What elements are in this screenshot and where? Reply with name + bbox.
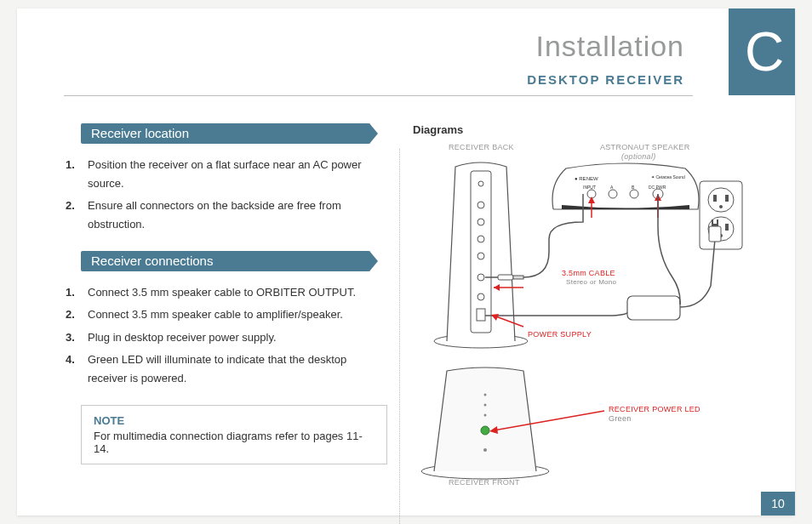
header-rule [64, 95, 693, 96]
manual-page: Installation DESKTOP RECEIVER C Receiver… [17, 9, 795, 515]
svg-point-43 [484, 394, 487, 396]
diagrams-heading: Diagrams [413, 123, 761, 136]
content-columns: Receiver location Position the receiver … [64, 123, 761, 490]
location-step: Position the receiver on a flat surface … [64, 156, 387, 193]
page-title: Installation [535, 30, 684, 63]
diagram-cables [413, 141, 753, 345]
column-divider [399, 149, 400, 524]
location-step: Ensure all connectors on the backside ar… [64, 196, 387, 234]
right-column: Diagrams RECEIVER BACK ASTRONAUT SPEAKER… [413, 123, 761, 490]
connections-steps: Connect 3.5 mm speaker cable to ORBITER … [64, 283, 387, 387]
page-subtitle: DESKTOP RECEIVER [527, 72, 684, 87]
diagram-area: RECEIVER BACK ASTRONAUT SPEAKER (optiona… [413, 141, 761, 490]
note-text: For multimedia connection diagrams refer… [94, 430, 363, 455]
section-tab: C [729, 9, 795, 95]
svg-rect-37 [709, 226, 721, 242]
connections-step: Connect 3.5 mm speaker cable to ORBITER … [64, 283, 387, 302]
location-steps: Position the receiver on a flat surface … [64, 156, 387, 234]
connections-step: Green LED will illuminate to indicate th… [64, 350, 387, 388]
page-number: 10 [761, 492, 795, 515]
section-connections-title: Receiver connections [81, 251, 370, 271]
note-label: NOTE [94, 414, 375, 427]
label-power-led: RECEIVER POWER LED [609, 405, 700, 413]
svg-rect-29 [513, 276, 523, 279]
svg-marker-31 [494, 284, 500, 291]
diagram-led-arrow [485, 422, 681, 447]
page-header: Installation DESKTOP RECEIVER C [64, 30, 761, 102]
section-location-title: Receiver location [81, 123, 370, 144]
svg-point-47 [483, 448, 487, 452]
connections-step: Plug in desktop receiver power supply. [64, 328, 387, 347]
svg-rect-28 [498, 275, 513, 280]
connections-step: Connect 3.5 mm speaker cable to amplifie… [64, 305, 387, 324]
svg-line-40 [494, 316, 523, 327]
left-column: Receiver location Position the receiver … [64, 123, 387, 490]
svg-rect-36 [627, 296, 680, 320]
svg-marker-35 [588, 196, 595, 203]
note-box: NOTE For multimedia connection diagrams … [81, 405, 387, 464]
svg-point-44 [484, 404, 487, 407]
svg-point-45 [484, 414, 487, 417]
svg-marker-49 [489, 426, 498, 434]
